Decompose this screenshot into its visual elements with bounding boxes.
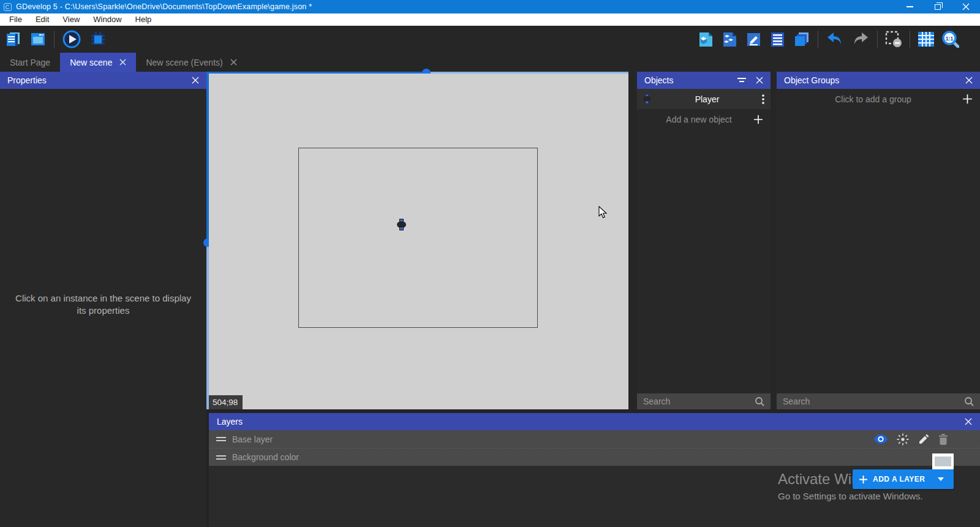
objects-panel-title: Objects [644,75,673,85]
app-icon [4,3,12,11]
tab-label: New scene [70,58,112,67]
object-name: Player [652,94,762,104]
watermark-line2: Go to Settings to activate Windows. [778,491,923,501]
layer-effects-icon[interactable] [897,433,909,445]
objects-search-bar [637,393,771,409]
menu-window[interactable]: Window [86,13,128,26]
menu-edit[interactable]: Edit [29,13,56,26]
add-layer-button[interactable]: ADD A LAYER [853,469,954,489]
add-layer-button-label: ADD A LAYER [873,475,925,483]
tab-close-icon[interactable] [119,59,126,66]
layer-name: Background color [232,452,973,462]
search-icon [964,396,974,406]
tab-start-page[interactable]: Start Page [0,53,60,72]
add-object-label: Add a new object [644,115,753,124]
play-icon[interactable] [62,29,81,49]
toolbar-separator [877,31,878,48]
tab-close-icon[interactable] [230,59,237,66]
restore-button[interactable] [924,0,952,13]
scene-editor-canvas[interactable]: 504;98 [209,74,628,409]
properties-empty-message: Click on an instance in the scene to dis… [0,292,206,317]
tab-new-scene[interactable]: New scene [60,53,136,72]
grid-icon[interactable] [918,31,935,47]
object-groups-icon[interactable] [722,31,738,48]
title-bar: GDevelop 5 - C:\Users\Sparkle\OneDrive\D… [0,0,980,13]
menu-view[interactable]: View [56,13,86,26]
layers-close-button[interactable] [965,418,972,425]
objects-panel-header: Objects [637,72,771,89]
layer-edit-icon[interactable] [918,434,929,445]
plus-icon [859,475,868,484]
tab-bar: Start Page New scene New scene (Events) [0,53,980,72]
drag-handle-icon[interactable] [216,455,226,460]
game-window-bounds [298,148,538,328]
properties-panel-title: Properties [7,75,47,85]
player-sprite-feet [399,227,404,230]
minimize-icon [907,6,913,7]
menu-help[interactable]: Help [129,13,159,26]
zoom-one-to-one-icon[interactable]: 1:1 [942,31,959,48]
object-list-item-player[interactable]: Player [637,89,771,109]
add-group-plus-icon[interactable] [962,94,973,104]
layer-row-base-layer[interactable]: Base layer [209,430,980,448]
deselect-icon[interactable] [885,31,902,48]
redo-icon[interactable] [851,31,870,48]
toolbar-separator [54,31,55,48]
close-icon [962,3,970,10]
layer-row-background-color[interactable]: Background color [209,448,980,466]
objects-close-button[interactable] [756,77,763,84]
layer-name: Base layer [232,434,874,444]
tab-new-scene-events[interactable]: New scene (Events) [136,53,246,72]
properties-panel-icon[interactable] [745,31,762,48]
layers-panel-icon[interactable] [793,31,810,48]
debug-icon[interactable] [89,30,107,48]
object-groups-panel-title: Object Groups [784,75,839,85]
undo-icon[interactable] [826,31,844,48]
window-title: GDevelop 5 - C:\Users\Sparkle\OneDrive\D… [16,2,312,11]
add-group-label: Click to add a group [784,94,962,104]
groups-search-input[interactable] [783,396,964,406]
panel-gap [628,72,637,409]
object-groups-panel-header: Object Groups [777,72,980,89]
minimize-button[interactable] [895,0,924,13]
svg-text:1:1: 1:1 [946,36,954,42]
instances-list-icon[interactable] [769,31,786,48]
window-controls [895,0,980,13]
object-groups-close-button[interactable] [965,77,973,84]
add-group-row[interactable]: Click to add a group [777,89,980,109]
object-groups-panel: Object Groups Click to add a group [777,72,980,409]
objects-search-input[interactable] [643,396,755,406]
player-sprite-feet [645,100,649,104]
groups-search-bar [777,393,980,409]
layers-panel-header: Layers [209,413,980,430]
object-menu-icon[interactable] [762,94,764,104]
objects-panel-icon[interactable] [698,31,714,48]
search-icon [755,396,764,406]
cursor-coordinates-badge: 504;98 [209,395,243,409]
toolbar-separator [910,31,910,48]
menu-file[interactable]: File [2,13,29,26]
layer-delete-icon[interactable] [938,434,948,445]
menu-bar: File Edit View Window Help [0,13,980,26]
drag-handle-icon[interactable] [216,437,226,441]
close-button[interactable] [952,0,980,13]
panel-gap [771,72,777,409]
filter-icon[interactable] [737,78,746,83]
properties-close-button[interactable] [192,77,199,84]
add-new-object-row[interactable]: Add a new object [637,109,771,129]
chevron-down-icon[interactable] [938,477,944,481]
mouse-cursor [598,206,611,219]
background-color-swatch[interactable] [932,453,954,469]
restore-icon [935,4,941,10]
objects-panel: Objects Player Add a new object [637,72,771,409]
project-manager-icon[interactable] [5,31,22,48]
player-instance[interactable] [397,219,406,230]
main-toolbar: 1:1 [0,26,980,53]
background-color-value [935,457,951,466]
tab-label: New scene (Events) [146,58,222,67]
start-page-icon[interactable] [29,31,47,48]
add-object-plus-icon[interactable] [753,115,763,124]
properties-panel-header: Properties [0,72,206,89]
layers-panel-title: Layers [217,417,243,427]
layer-visibility-icon[interactable] [874,434,888,444]
